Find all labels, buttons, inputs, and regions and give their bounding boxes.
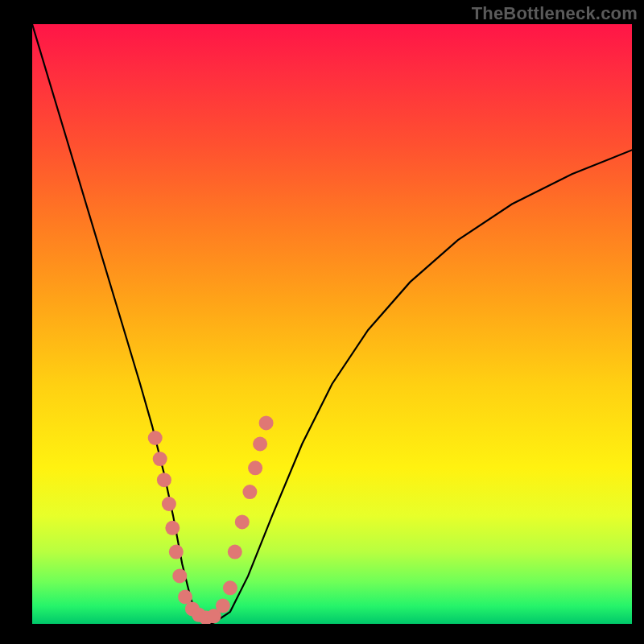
chart-frame: TheBottleneck.com [0, 0, 644, 644]
data-point [228, 545, 242, 559]
data-point [172, 568, 187, 583]
data-point [242, 485, 257, 499]
data-point [165, 521, 180, 535]
data-point [259, 415, 274, 430]
data-point [216, 599, 230, 613]
data-point [248, 460, 262, 475]
data-point [169, 545, 184, 559]
bottleneck-curve [32, 24, 632, 624]
data-point [235, 514, 250, 529]
data-point [148, 431, 163, 445]
chart-plot-area [32, 24, 632, 624]
watermark-text: TheBottleneck.com [472, 3, 638, 24]
data-point [253, 437, 267, 452]
data-point [153, 452, 167, 466]
data-point [157, 473, 171, 487]
data-point [162, 497, 176, 511]
chart-svg [32, 24, 632, 624]
data-point [223, 580, 237, 595]
data-point-markers [148, 415, 274, 624]
